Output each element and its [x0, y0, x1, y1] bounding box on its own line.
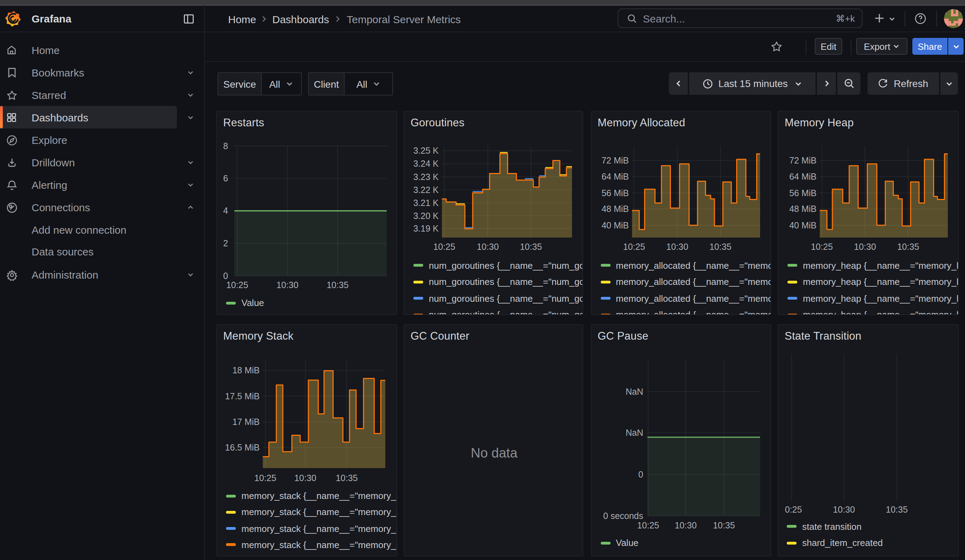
svg-text:64 MiB: 64 MiB — [601, 171, 628, 181]
svg-text:10:30: 10:30 — [854, 242, 876, 251]
svg-text:0: 0 — [638, 469, 643, 479]
svg-text:40 MiB: 40 MiB — [601, 220, 628, 230]
svg-text:64 MiB: 64 MiB — [789, 171, 816, 181]
svg-text:3.19 K: 3.19 K — [413, 224, 439, 233]
svg-text:40 MiB: 40 MiB — [789, 220, 816, 230]
svg-text:10:30: 10:30 — [666, 242, 688, 251]
svg-text:10:25: 10:25 — [226, 280, 249, 290]
svg-text:10:25: 10:25 — [811, 242, 833, 251]
svg-text:10:35: 10:35 — [897, 242, 919, 251]
svg-text:NaN: NaN — [625, 428, 643, 438]
svg-text:NaN: NaN — [625, 387, 643, 397]
svg-text:10:35: 10:35 — [520, 242, 542, 251]
svg-text:3.20 K: 3.20 K — [413, 211, 439, 221]
svg-text:8: 8 — [223, 141, 228, 151]
svg-text:3.24 K: 3.24 K — [413, 158, 439, 168]
svg-text:3.22 K: 3.22 K — [413, 185, 439, 195]
svg-text:10:25: 10:25 — [623, 242, 645, 251]
svg-text:18 MiB: 18 MiB — [232, 365, 260, 375]
svg-text:48 MiB: 48 MiB — [789, 204, 816, 214]
svg-text:17 MiB: 17 MiB — [232, 417, 260, 427]
svg-text:56 MiB: 56 MiB — [789, 188, 816, 198]
svg-text:0 seconds: 0 seconds — [603, 511, 643, 521]
svg-text:56 MiB: 56 MiB — [601, 188, 628, 198]
svg-text:0: 0 — [223, 271, 228, 281]
svg-text:17.5 MiB: 17.5 MiB — [225, 391, 260, 401]
svg-text:0:25: 0:25 — [785, 504, 802, 514]
svg-text:3.21 K: 3.21 K — [413, 198, 439, 208]
svg-text:10:30: 10:30 — [276, 280, 299, 290]
svg-text:10:35: 10:35 — [709, 242, 731, 251]
svg-text:10:30: 10:30 — [477, 242, 499, 251]
svg-text:3.25 K: 3.25 K — [413, 145, 439, 155]
svg-text:10:35: 10:35 — [336, 473, 358, 483]
svg-text:10:25: 10:25 — [433, 242, 455, 251]
svg-text:72 MiB: 72 MiB — [789, 155, 816, 165]
svg-text:2: 2 — [223, 238, 228, 248]
svg-text:4: 4 — [223, 206, 228, 216]
svg-text:10:35: 10:35 — [886, 504, 908, 514]
svg-text:3.23 K: 3.23 K — [413, 172, 439, 182]
svg-text:16.5 MiB: 16.5 MiB — [225, 442, 260, 452]
svg-text:48 MiB: 48 MiB — [601, 204, 628, 214]
svg-text:10:30: 10:30 — [833, 504, 855, 514]
svg-text:6: 6 — [223, 173, 228, 183]
svg-text:10:35: 10:35 — [713, 520, 735, 530]
svg-text:72 MiB: 72 MiB — [601, 155, 628, 165]
svg-text:10:25: 10:25 — [254, 473, 276, 483]
svg-text:10:35: 10:35 — [327, 280, 349, 290]
svg-text:10:30: 10:30 — [294, 473, 317, 483]
svg-text:10:25: 10:25 — [637, 520, 659, 530]
svg-text:10:30: 10:30 — [674, 520, 697, 530]
